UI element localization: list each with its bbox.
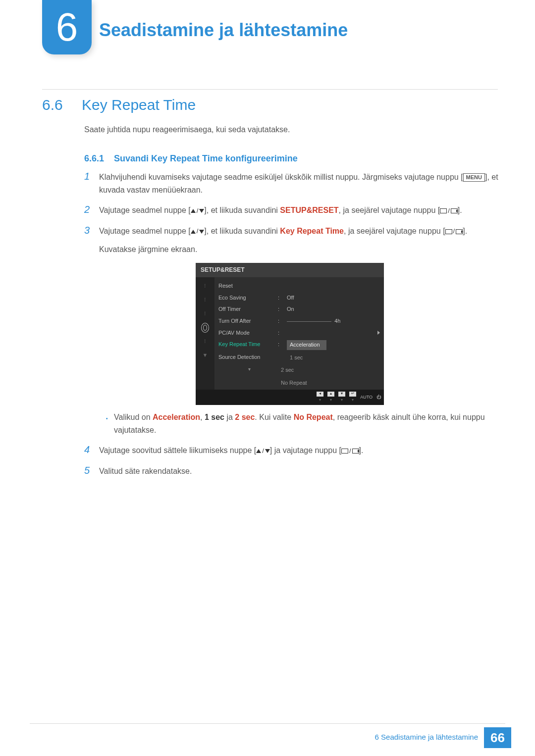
power-icon: ⏻ (376, 394, 381, 401)
step-4: 4 Vajutage soovitud sättele liikumiseks … (84, 444, 500, 457)
text: , ja seejärel vajutage nuppu [ (339, 206, 440, 214)
step-body: Valitud säte rakendatakse. (99, 465, 192, 478)
text: . Kui valite (255, 413, 293, 421)
osd-side-tabs: ⁝⁝⁝ ⁝ ▼ (196, 277, 214, 389)
text: Vajutage seadmel nuppe [ (99, 206, 191, 214)
text: , ja seejärel vajutage nuppu [ (344, 227, 445, 235)
up-down-arrows-icon: / (191, 206, 205, 216)
header-divider (42, 89, 498, 90)
step-number: 4 (84, 444, 99, 457)
step-number: 1 (84, 171, 99, 196)
text: ja (224, 413, 235, 421)
osd-menu: Reset Eco Saving:Off Off Timer:On Turn O… (214, 277, 384, 389)
step-number: 3 (84, 225, 99, 437)
section-intro: Saate juhtida nupu reageerimisaega, kui … (84, 125, 290, 134)
section-number: 6.6 (42, 97, 63, 113)
subsection-title: Suvandi Key Repeat Time konfigureerimine (114, 153, 298, 164)
step-3: 3 Vajutage seadmel nuppe [/], et liikuda… (84, 225, 500, 437)
options-note: Valikud on Acceleration, 1 sec ja 2 sec.… (99, 411, 500, 436)
menu-button-label: MENU (463, 173, 485, 182)
target-key-repeat-time: Key Repeat Time (280, 227, 344, 235)
osd-offtimer: Off Timer (218, 305, 278, 314)
osd-key-repeat-time: Key Repeat Time (218, 340, 278, 350)
text: ] ja vajutage nuppu [ (270, 446, 341, 454)
target-setup-reset: SETUP&RESET (280, 206, 338, 214)
option-norepeat: No Repeat (294, 413, 333, 421)
section-title: Key Repeat Time (82, 97, 196, 113)
option-1sec: 1 sec (205, 413, 224, 421)
osd-option-acceleration: Acceleration (287, 340, 326, 350)
osd-eco-value: Off (287, 294, 294, 302)
osd-nav-enter-icon: ↵ (349, 392, 356, 397)
footer-divider (30, 723, 505, 724)
osd-offtimer-value: On (287, 305, 294, 314)
osd-eco: Eco Saving (218, 294, 278, 302)
step-body: Vajutage soovitud sättele liikumiseks nu… (99, 444, 363, 457)
option-2sec: 2 sec (235, 413, 255, 421)
after-text: Kuvatakse järgmine ekraan. (99, 243, 500, 256)
text: ]. (463, 227, 467, 235)
text: Vajutage seadmel nuppe [ (99, 227, 191, 235)
text: , (200, 413, 205, 421)
osd-bottom-bar: ◂▾ ▴▾ ▾▾ ↵▾ AUTO ⏻ (196, 390, 384, 405)
enter-buttons-icon: / (445, 226, 463, 237)
osd-title: SETUP&RESET (196, 263, 384, 277)
page-number: 66 (484, 727, 511, 748)
osd-tabs-down: ▼ (203, 351, 208, 360)
osd-auto-label: AUTO (360, 394, 373, 401)
text: ], et liikuda suvandini (204, 206, 280, 214)
step-number: 5 (84, 465, 99, 478)
text: ], et liikuda suvandini (204, 227, 280, 235)
osd-option-1sec: 1 sec (287, 353, 380, 363)
text: Klahvijuhendi kuvamiseks vajutage seadme… (99, 173, 463, 181)
text: ]. (458, 206, 462, 214)
osd-option-norepeat: No Repeat (278, 378, 380, 388)
osd-screenshot: SETUP&RESET ⁝⁝⁝ ⁝ ▼ Reset Eco Saving:Off… (196, 263, 384, 405)
osd-turnoff: Turn Off After (218, 317, 278, 326)
osd-turnoff-value: 4h (334, 318, 340, 324)
text: Vajutage soovitud sättele liikumiseks nu… (99, 446, 256, 454)
step-body: Vajutage seadmel nuppe [/], et liikuda s… (99, 225, 500, 437)
osd-reset: Reset (218, 282, 278, 291)
option-acceleration: Acceleration (153, 413, 200, 421)
step-body: Vajutage seadmel nuppe [/], et liikuda s… (99, 204, 462, 217)
osd-nav-up-icon: ▴ (327, 392, 334, 397)
gear-icon (201, 323, 209, 333)
step-number: 2 (84, 204, 99, 217)
osd-source-detection: Source Detection (218, 353, 278, 363)
osd-option-2sec: 2 sec (278, 365, 380, 375)
osd-nav-left-icon: ◂ (317, 392, 323, 397)
step-body: Klahvijuhendi kuvamiseks vajutage seadme… (99, 171, 500, 196)
chapter-number-badge: 6 (42, 0, 92, 54)
text: Valikud on (114, 413, 153, 421)
enter-buttons-icon: / (440, 206, 458, 216)
right-arrow-icon (377, 331, 380, 335)
step-5: 5 Valitud säte rakendatakse. (84, 465, 500, 478)
osd-pcav: PC/AV Mode (218, 329, 278, 338)
footer-chapter-ref: 6 Seadistamine ja lähtestamine (375, 733, 478, 741)
steps-container: 1 Klahvijuhendi kuvamiseks vajutage sead… (84, 171, 500, 486)
up-down-arrows-icon: / (256, 446, 270, 456)
up-down-arrows-icon: / (191, 226, 205, 237)
step-2: 2 Vajutage seadmel nuppe [/], et liikuda… (84, 204, 500, 217)
subsection-number: 6.6.1 (84, 153, 104, 164)
chapter-title: Seadistamine ja lähtestamine (99, 20, 348, 41)
text: ]. (359, 446, 364, 454)
slider-track-icon (287, 321, 331, 322)
osd-nav-down-icon: ▾ (338, 392, 345, 397)
chevron-down-icon: ▾ (218, 365, 278, 375)
enter-buttons-icon: / (341, 446, 359, 456)
step-1: 1 Klahvijuhendi kuvamiseks vajutage sead… (84, 171, 500, 196)
